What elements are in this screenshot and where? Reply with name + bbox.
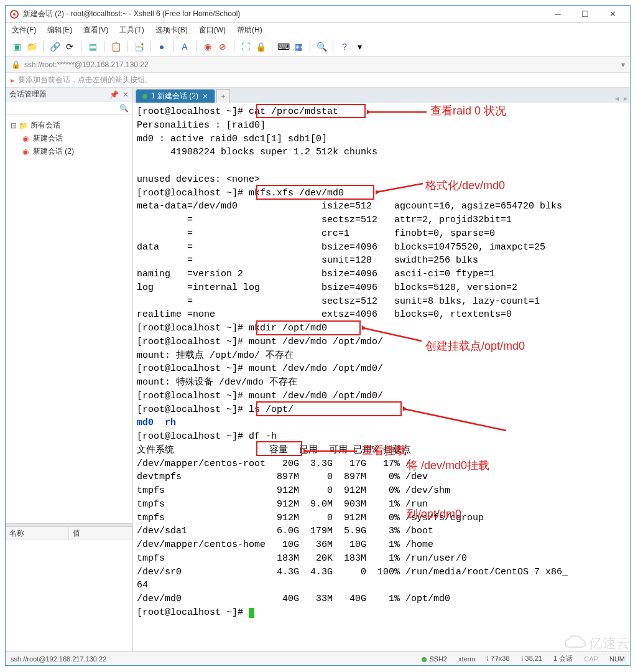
open-icon[interactable]: 📁: [25, 40, 38, 53]
status-pos: ⁞ 38,21: [521, 655, 543, 663]
annotation: 格式化/dev/md0: [425, 177, 505, 194]
tab-strip: 1 新建会话 (2) ✕ + ◂ ▸: [133, 88, 630, 103]
svg-point-8: [422, 657, 427, 662]
svg-line-6: [407, 409, 506, 431]
status-term: xterm: [458, 655, 476, 663]
tab-close-icon[interactable]: ✕: [202, 92, 208, 101]
main-area: 1 新建会话 (2) ✕ + ◂ ▸ [root@localhost ~]# c…: [133, 88, 630, 651]
sidebar-close-icon[interactable]: ✕: [123, 90, 129, 99]
menu-tab[interactable]: 选项卡(B): [155, 25, 188, 35]
terminal-output-2: [root@localhost ~]# df -h 文件系统 容量 已用 可用 …: [137, 431, 568, 618]
new-session-icon[interactable]: ▣: [11, 40, 23, 53]
terminal-ls-output: md0 rh: [137, 418, 176, 428]
annotation: 创建挂载点/opt/md0: [425, 338, 525, 354]
session-icon: ◉: [21, 134, 30, 143]
tab-scroll-left-icon[interactable]: ◂: [613, 94, 621, 103]
swirl-icon[interactable]: ◉: [201, 40, 214, 53]
window-title: 新建会话 (2) - root@localhost:~ - Xshell 6 (…: [23, 9, 544, 19]
tree-item-session2[interactable]: ◉ 新建会话 (2): [6, 145, 132, 158]
hint-bar: ▸ 要添加当前会话，点击左侧的箭头按钮。: [6, 73, 630, 88]
tab-active[interactable]: 1 新建会话 (2) ✕: [136, 89, 215, 103]
copy-icon[interactable]: 📋: [109, 40, 122, 53]
annotation: 查看raid 0 状况: [430, 103, 506, 119]
status-address: ssh://root@192.168.217.130:22: [11, 655, 106, 663]
prop-col-value[interactable]: 值: [69, 527, 132, 539]
session-tree[interactable]: ⊟ 📁 所有会话 ◉ 新建会话 ◉ 新建会话 (2): [6, 115, 132, 523]
reconnect-icon[interactable]: 🔗: [49, 40, 61, 53]
tree-root[interactable]: ⊟ 📁 所有会话: [6, 119, 132, 132]
lock-addr-icon: 🔒: [11, 60, 21, 69]
cursor: [249, 608, 254, 618]
sidebar-header: 会话管理器 📌 ✕: [6, 88, 132, 101]
tab-add-button[interactable]: +: [216, 89, 230, 103]
help-icon[interactable]: ?: [338, 40, 351, 53]
tree-item-label: 新建会话: [33, 133, 63, 144]
status-bar: ssh://root@192.168.217.130:22 SSH2 xterm…: [6, 651, 630, 665]
arrow-icon: [376, 180, 425, 196]
sidebar-properties: 名称 值: [6, 527, 132, 651]
globe-icon[interactable]: ●: [155, 40, 168, 53]
toolbar: ▣ 📁 🔗 ⟳ ▤ 📋 📑 ● A ◉ ⊘ ⛶ 🔒 ⌨ ▦ 🔍 ? ▾: [6, 37, 630, 57]
menu-tools[interactable]: 工具(T): [119, 25, 144, 35]
status-dot-icon: [142, 94, 147, 99]
lock-icon[interactable]: 🔒: [254, 40, 267, 53]
pin-icon[interactable]: 📌: [109, 90, 119, 99]
arrow-icon: [403, 404, 509, 436]
disconnect-icon[interactable]: ⟳: [63, 40, 76, 53]
menu-window[interactable]: 窗口(W): [199, 25, 226, 35]
terminal[interactable]: [root@localhost ~]# cat /proc/mdstat Per…: [133, 103, 630, 651]
grid-icon[interactable]: ▦: [292, 40, 305, 53]
prop-col-name[interactable]: 名称: [6, 527, 69, 539]
session-icon: ◉: [21, 147, 30, 156]
close-button[interactable]: ✕: [599, 6, 626, 22]
search-icon: 🔍: [119, 104, 129, 113]
menu-view[interactable]: 查看(V): [83, 25, 108, 35]
folder-icon: 📁: [18, 121, 28, 130]
svg-point-1: [13, 13, 16, 16]
address-bar: 🔒 ssh://root:******@192.168.217.130:22 ▾: [6, 57, 630, 73]
arrow-icon: [367, 106, 429, 118]
tree-item-label: 新建会话 (2): [33, 146, 74, 157]
find-icon[interactable]: 🔍: [315, 40, 328, 53]
dropdown-icon[interactable]: ▾: [353, 40, 366, 53]
sidebar-search[interactable]: 🔍: [6, 101, 132, 115]
svg-line-4: [379, 184, 423, 192]
addr-dropdown-icon[interactable]: ▾: [621, 60, 625, 69]
font-icon[interactable]: A: [178, 40, 191, 53]
status-cap: CAP: [584, 655, 598, 663]
menubar: 文件(F) 编辑(E) 查看(V) 工具(T) 选项卡(B) 窗口(W) 帮助(…: [6, 23, 630, 37]
app-window: 新建会话 (2) - root@localhost:~ - Xshell 6 (…: [5, 5, 631, 666]
keyboard-icon[interactable]: ⌨: [277, 40, 290, 53]
hint-text: 要添加当前会话，点击左侧的箭头按钮。: [18, 75, 152, 85]
status-num: NUM: [609, 655, 625, 663]
terminal-output-1: [root@localhost ~]# cat /proc/mdstat Per…: [137, 106, 562, 415]
menu-edit[interactable]: 编辑(E): [47, 25, 72, 35]
paste-icon[interactable]: 📑: [132, 40, 145, 53]
expand-icon[interactable]: ⊟: [11, 121, 18, 130]
flag-icon: ▸: [11, 76, 14, 85]
app-icon: [9, 9, 19, 19]
titlebar: 新建会话 (2) - root@localhost:~ - Xshell 6 (…: [6, 6, 630, 23]
maximize-button[interactable]: ☐: [571, 6, 599, 22]
tree-root-label: 所有会话: [30, 120, 60, 131]
status-size: ⁞ 77x38: [486, 655, 509, 663]
address-text[interactable]: ssh://root:******@192.168.217.130:22: [21, 60, 621, 69]
sidebar-title: 会话管理器: [9, 89, 47, 100]
status-sessions: 1 会话: [553, 654, 573, 663]
menu-file[interactable]: 文件(F): [12, 25, 36, 35]
sidebar: 会话管理器 📌 ✕ 🔍 ⊟ 📁 所有会话 ◉ 新建会话 ◉: [6, 88, 133, 651]
menu-help[interactable]: 帮助(H): [237, 25, 262, 35]
tab-label: 1 新建会话 (2): [151, 91, 198, 101]
minimize-button[interactable]: ─: [544, 6, 571, 22]
terminal-icon[interactable]: ▤: [86, 40, 99, 53]
tree-item-session1[interactable]: ◉ 新建会话: [6, 132, 132, 145]
status-ssh: SSH2: [421, 655, 447, 663]
fullscreen-icon[interactable]: ⛶: [239, 40, 252, 53]
tab-scroll-right-icon[interactable]: ▸: [621, 94, 630, 103]
stop-icon[interactable]: ⊘: [216, 40, 229, 53]
